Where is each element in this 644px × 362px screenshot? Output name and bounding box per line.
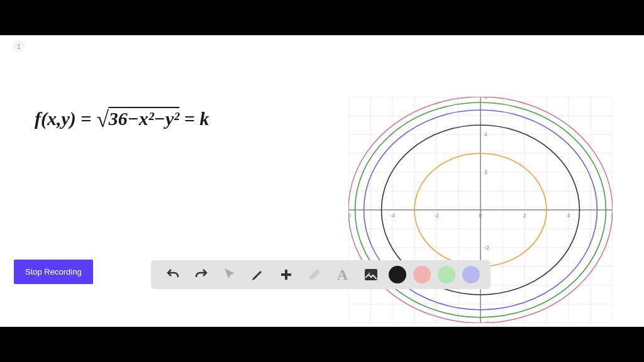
pointer-button[interactable] xyxy=(219,264,240,285)
stop-recording-label: Stop Recording xyxy=(25,267,82,277)
page-number-badge: 1 xyxy=(13,40,25,53)
eraser-button[interactable] xyxy=(304,264,325,285)
pen-button[interactable] xyxy=(247,264,269,285)
pointer-icon xyxy=(222,267,237,282)
drawing-toolbar: A xyxy=(151,260,491,289)
plus-icon xyxy=(279,267,294,282)
stop-recording-button[interactable]: Stop Recording xyxy=(14,260,93,284)
undo-button[interactable] xyxy=(162,264,184,285)
svg-text:-4: -4 xyxy=(390,212,395,219)
text-button[interactable]: A xyxy=(332,264,353,285)
svg-text:0: 0 xyxy=(479,212,482,219)
svg-text:2: 2 xyxy=(523,212,526,219)
color-red[interactable] xyxy=(413,266,431,283)
level-curves-graph: -6-4-20246-6-4-2246 xyxy=(348,97,613,323)
color-black[interactable] xyxy=(389,266,406,283)
svg-text:-2: -2 xyxy=(484,244,489,251)
equation-radical: 36−x²−y² xyxy=(109,108,180,129)
image-icon xyxy=(364,267,379,282)
svg-text:-2: -2 xyxy=(434,212,439,219)
eraser-icon xyxy=(307,267,322,282)
color-green[interactable] xyxy=(438,266,455,283)
equation-lhs: f(x,y) = xyxy=(35,108,96,129)
color-purple[interactable] xyxy=(462,266,480,283)
redo-button[interactable] xyxy=(191,264,212,285)
redo-icon xyxy=(194,267,209,282)
handwritten-equation: f(x,y) = √36−x²−y² = k xyxy=(35,104,209,131)
image-button[interactable] xyxy=(360,264,382,285)
whiteboard-canvas[interactable]: 1 f(x,y) = √36−x²−y² = k -6-4-20246-6-4-… xyxy=(0,35,644,327)
page-number: 1 xyxy=(17,43,21,50)
svg-text:2: 2 xyxy=(484,169,487,175)
undo-icon xyxy=(165,267,180,282)
svg-text:4: 4 xyxy=(484,131,487,138)
equation-rhs: = k xyxy=(179,108,209,129)
svg-text:4: 4 xyxy=(567,212,570,219)
add-button[interactable] xyxy=(275,264,297,285)
pen-icon xyxy=(250,267,265,282)
text-icon: A xyxy=(337,266,348,283)
